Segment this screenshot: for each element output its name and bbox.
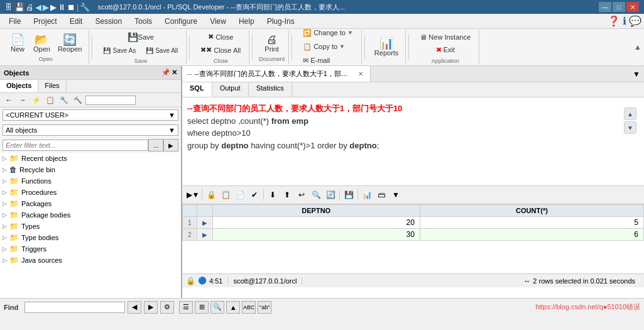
print-button[interactable]: 🖨 Print [261,32,283,55]
tab-statistics[interactable]: Statistics [249,82,292,97]
arrow-icon: ▷ [3,212,7,218]
doc-tab-close-btn[interactable]: ✕ [356,70,365,78]
list-item[interactable]: ▷ 🗑 Recycle bin [0,164,181,175]
title-bar-controls[interactable]: — □ ✕ [599,2,639,12]
tools-btn[interactable]: 🔨 [72,94,84,106]
arrow-icon: ▷ [3,167,7,173]
copy-to-button[interactable]: 📋 Copy to ▼ [298,40,357,53]
exec-paste-btn[interactable]: 📄 [233,188,247,202]
sql-editor[interactable]: --查询不同部门的员工人数，要求人数大于1，部门号大于10 select dep… [182,97,644,185]
user-dropdown[interactable]: <CURRENT USER> ▼ [3,109,178,121]
list-item[interactable]: ▷ 📁 Type bodies [0,232,181,243]
find-mark-btn[interactable]: ▲ [226,301,240,314]
exec-copy-btn[interactable]: 📋 [219,188,232,202]
exec-search-btn[interactable]: 🔍 [309,188,323,202]
abc-btn[interactable]: ABC [242,301,256,314]
tab-files[interactable]: Files [38,80,66,92]
list-item[interactable]: ▷ 📁 Procedures [0,187,181,198]
change-to-button[interactable]: 🔁 Change to ▼ [298,26,357,40]
menu-tools[interactable]: Tools [128,16,158,27]
new-instance-button[interactable]: 🖥 New Instance [415,31,475,43]
list-item[interactable]: ▷ 📁 Functions [0,175,181,187]
new-button[interactable]: 📄 New [6,32,29,55]
ab-btn[interactable]: "ab" [258,301,271,314]
find-options-btn[interactable]: ⚙ [160,301,174,314]
doc-tab-main[interactable]: -- --查询不同部门的员工人数，要求人数大于1，部门号大于... ✕ [182,66,371,82]
menu-project[interactable]: Project [27,16,63,27]
tab-objects[interactable]: Objects [0,80,38,92]
open-button[interactable]: 📂 Open [30,32,53,55]
minimize-button[interactable]: — [599,2,611,12]
nav-back-btn[interactable]: ← [3,94,15,106]
close-all-button[interactable]: ✖✖ Close All [196,43,245,57]
new-instance-label: New Instance [428,33,471,41]
grid-view-btn[interactable]: ⊞ [195,301,209,314]
toolbar-collapse-btn[interactable]: ▲ [634,43,641,52]
arrow-icon: ▷ [3,257,7,263]
status-bar: 🔒 🔵 4:51 scott@127.0.0.1/orcl ↔ 2 rows s… [182,273,644,287]
exec-down-btn[interactable]: ⬇ [266,188,280,202]
exec-chart-btn[interactable]: 📊 [360,188,374,202]
filter-input[interactable] [3,140,148,151]
exec-undo-btn[interactable]: ↩ [295,188,308,202]
menu-plugins[interactable]: Plug-Ins [261,16,301,27]
support-icon[interactable]: 💬 [629,15,641,27]
copy-btn[interactable]: 📋 [44,94,57,106]
filter-go-btn[interactable]: ▶ [163,139,178,151]
menu-configure[interactable]: Configure [158,16,204,27]
save-as-button[interactable]: 💾 Save As [99,45,140,57]
panel-pin-icon[interactable]: 📌 [161,69,170,77]
maximize-button[interactable]: □ [613,2,625,12]
exec-more-btn[interactable]: ▼ [389,188,403,202]
exit-button[interactable]: ✖ Exit [432,43,459,57]
refresh-btn[interactable]: ⚡ [30,94,43,106]
exec-dropdown-btn[interactable]: ▶▼ [186,188,200,202]
email-button[interactable]: ✉ E-mail [298,54,357,67]
props-btn[interactable]: 🔧 [58,94,70,106]
list-item[interactable]: ▷ 📁 Java sources [0,255,181,266]
panel-close-icon[interactable]: ✕ [172,69,177,77]
find-search-btn[interactable]: 🔍 [210,301,224,314]
doc-tabs-scroll-left[interactable]: ▼ [629,69,644,80]
folder-icon: 📁 [9,233,19,242]
save-button[interactable]: 💾 Save [124,31,157,43]
exec-lock-btn[interactable]: 🔒 [204,188,218,202]
scroll-up-btn[interactable]: ▲ [624,107,636,120]
menu-edit[interactable]: Edit [63,16,89,27]
scroll-down-btn[interactable]: ▼ [624,121,636,134]
nav-forward-btn[interactable]: → [16,94,29,106]
close-button[interactable]: ✖ Close [204,30,237,43]
list-item[interactable]: ▷ 📁 Packages [0,198,181,209]
list-item[interactable]: ▷ 📁 Types [0,221,181,232]
exec-save-btn[interactable]: 💾 [342,188,356,202]
print-icon: 🖨 [266,34,278,45]
list-view-btn[interactable]: ☰ [179,301,193,314]
filter-btn[interactable]: ... [148,139,163,151]
row-play-2[interactable]: ▶ [197,229,212,241]
menu-file[interactable]: File [3,16,27,27]
help-icon[interactable]: ❓ [608,15,620,27]
find-prev-btn[interactable]: ◀ [128,301,141,314]
exec-check-btn[interactable]: ✔ [248,188,261,202]
exec-replace-btn[interactable]: 🔄 [324,188,337,202]
list-item[interactable]: ▷ 📁 Triggers [0,243,181,255]
exec-grid-btn[interactable]: 🗃 [374,188,388,202]
reports-button[interactable]: 📊 Reports [371,36,402,58]
tab-output[interactable]: Output [212,82,249,97]
save-all-button[interactable]: 💾 Save All [141,45,182,57]
close-button[interactable]: ✕ [626,2,639,12]
scope-dropdown[interactable]: All objects ▼ [3,124,178,136]
tab-sql[interactable]: SQL [182,82,212,97]
reopen-button[interactable]: 🔄 Reopen [55,32,85,55]
exec-up-btn[interactable]: ⬆ [280,188,294,202]
menu-view[interactable]: View [204,16,232,27]
info-icon[interactable]: ℹ [623,15,626,27]
row-play-1[interactable]: ▶ [197,217,212,229]
menu-session[interactable]: Session [89,16,128,27]
find-next-btn[interactable]: ▶ [144,301,158,314]
list-item[interactable]: ▷ 📁 Recent objects [0,153,181,164]
find-input[interactable] [25,302,125,313]
object-search-input[interactable] [85,96,136,105]
list-item[interactable]: ▷ 📁 Package bodies [0,209,181,221]
menu-help[interactable]: Help [232,16,261,27]
